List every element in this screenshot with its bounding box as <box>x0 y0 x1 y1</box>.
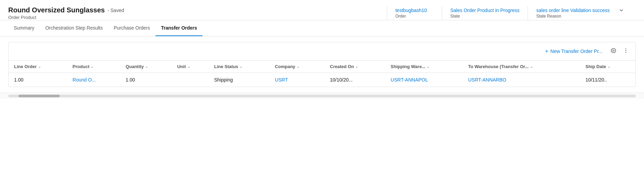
col-sort-icon: ⌄ <box>427 65 429 68</box>
svg-point-0 <box>625 48 626 49</box>
col-ship-date-label: Ship Date <box>586 64 606 69</box>
transfer-orders-table: Line Order ⌄ Product ⌄ Q <box>9 61 635 87</box>
cell-quantity: 1.00 <box>120 73 172 87</box>
col-sort-icon: ⌄ <box>38 65 41 68</box>
page-header: Round Oversized Sunglasses - Saved Order… <box>0 0 644 20</box>
main-content: + New Transfer Order Pr... <box>0 36 644 93</box>
col-header-to-warehouse[interactable]: To Warehouse (Transfer Or... ⌄ <box>463 61 580 73</box>
more-icon <box>623 48 629 53</box>
page-subtitle: Order Product <box>8 15 381 20</box>
tab-purchase-orders[interactable]: Purchase Orders <box>108 20 156 36</box>
cell-to-warehouse[interactable]: USRT-ANNARBO <box>463 73 580 87</box>
status-chevron-down[interactable] <box>615 8 628 12</box>
col-to-warehouse-label: To Warehouse (Transfer Or... <box>468 64 529 69</box>
tab-bar: Summary Orchestration Step Results Purch… <box>0 20 644 36</box>
new-transfer-order-button[interactable]: + New Transfer Order Pr... <box>542 47 605 56</box>
col-sort-icon: ⌄ <box>530 65 533 68</box>
cell-line-status: Shipping <box>209 73 269 87</box>
state-reason-value[interactable]: sales order line Validation success <box>536 8 610 13</box>
col-sort-icon: ⌄ <box>187 65 190 68</box>
col-sort-icon: ⌄ <box>355 65 358 68</box>
col-product-label: Product <box>72 64 89 69</box>
col-header-ship-date[interactable]: Ship Date ⌄ <box>580 61 635 73</box>
shipping-warehouse-link[interactable]: USRT-ANNAPOL <box>391 77 428 83</box>
col-company-label: Company <box>275 64 295 69</box>
col-sort-icon: ⌄ <box>240 65 242 68</box>
company-link[interactable]: USRT <box>275 77 288 83</box>
status-bar: testbugbash10 Order Sales Order Product … <box>387 6 636 20</box>
col-created-on-label: Created On <box>330 64 354 69</box>
plus-icon: + <box>545 48 548 54</box>
col-header-company[interactable]: Company ⌄ <box>269 61 324 73</box>
ship-date-value: 10/11/20.. <box>586 77 607 83</box>
horizontal-scrollbar[interactable] <box>8 95 636 97</box>
transfer-orders-card: + New Transfer Order Pr... <box>8 42 636 87</box>
line-status-value: Shipping <box>214 77 233 83</box>
header-title-row: Round Oversized Sunglasses - Saved <box>8 6 381 14</box>
quantity-value: 1.00 <box>126 77 135 83</box>
created-on-value: 10/10/20... <box>330 77 353 83</box>
state-label: State <box>450 14 520 19</box>
cell-shipping-warehouse[interactable]: USRT-ANNAPOL <box>385 73 463 87</box>
new-button-label: New Transfer Order Pr... <box>550 48 602 54</box>
state-value[interactable]: Sales Order Product in Progress <box>450 8 520 13</box>
cell-created-on: 10/10/20... <box>324 73 385 87</box>
col-header-product[interactable]: Product ⌄ <box>67 61 120 73</box>
col-sort-icon: ⌄ <box>91 65 93 68</box>
status-state-reason: sales order line Validation success Stat… <box>528 6 636 20</box>
svg-point-2 <box>625 52 626 53</box>
page-title: Round Oversized Sunglasses <box>8 6 105 14</box>
saved-indicator: - Saved <box>107 8 124 13</box>
col-sort-icon: ⌄ <box>608 65 610 68</box>
col-sort-icon: ⌄ <box>297 65 299 68</box>
svg-point-1 <box>625 50 626 51</box>
tab-transfer-orders[interactable]: Transfer Orders <box>156 20 203 36</box>
more-options-button[interactable] <box>622 46 630 56</box>
order-value[interactable]: testbugbash10 <box>395 8 434 13</box>
gear-icon <box>611 48 616 53</box>
cell-product[interactable]: Round O... <box>67 73 120 87</box>
order-label: Order <box>395 14 434 19</box>
col-header-shipping-warehouse[interactable]: Shipping Ware... ⌄ <box>385 61 463 73</box>
col-quantity-label: Quantity <box>126 64 144 69</box>
col-header-line-order[interactable]: Line Order ⌄ <box>9 61 67 73</box>
table-row: 1.00 Round O... 1.00 Shipping <box>9 73 635 87</box>
table-header-row: Line Order ⌄ Product ⌄ Q <box>9 61 635 73</box>
col-header-quantity[interactable]: Quantity ⌄ <box>120 61 172 73</box>
line-order-value: 1.00 <box>14 77 23 83</box>
tab-orchestration[interactable]: Orchestration Step Results <box>40 20 108 36</box>
cell-company[interactable]: USRT <box>269 73 324 87</box>
cell-ship-date: 10/11/20.. <box>580 73 635 87</box>
col-header-created-on[interactable]: Created On ⌄ <box>324 61 385 73</box>
to-warehouse-link[interactable]: USRT-ANNARBO <box>468 77 506 83</box>
title-section: Round Oversized Sunglasses - Saved Order… <box>8 6 381 20</box>
table-toolbar: + New Transfer Order Pr... <box>9 42 635 61</box>
col-unit-label: Unit <box>177 64 186 69</box>
col-line-order-label: Line Order <box>14 64 37 69</box>
col-sort-icon: ⌄ <box>145 65 148 68</box>
scrollbar-thumb[interactable] <box>19 95 60 97</box>
table-scroll-area[interactable]: Line Order ⌄ Product ⌄ Q <box>9 61 635 87</box>
page-bottom-bar <box>0 93 644 99</box>
product-link[interactable]: Round O... <box>72 77 96 83</box>
status-state: Sales Order Product in Progress State <box>442 6 528 20</box>
state-reason-label: State Reason <box>536 14 610 19</box>
status-order: testbugbash10 Order <box>387 6 442 20</box>
settings-button[interactable] <box>609 46 618 56</box>
cell-unit <box>172 73 209 87</box>
cell-line-order: 1.00 <box>9 73 67 87</box>
col-shipping-warehouse-label: Shipping Ware... <box>391 64 425 69</box>
col-header-unit[interactable]: Unit ⌄ <box>172 61 209 73</box>
tab-summary[interactable]: Summary <box>8 20 40 36</box>
col-header-line-status[interactable]: Line Status ⌄ <box>209 61 269 73</box>
col-line-status-label: Line Status <box>214 64 238 69</box>
